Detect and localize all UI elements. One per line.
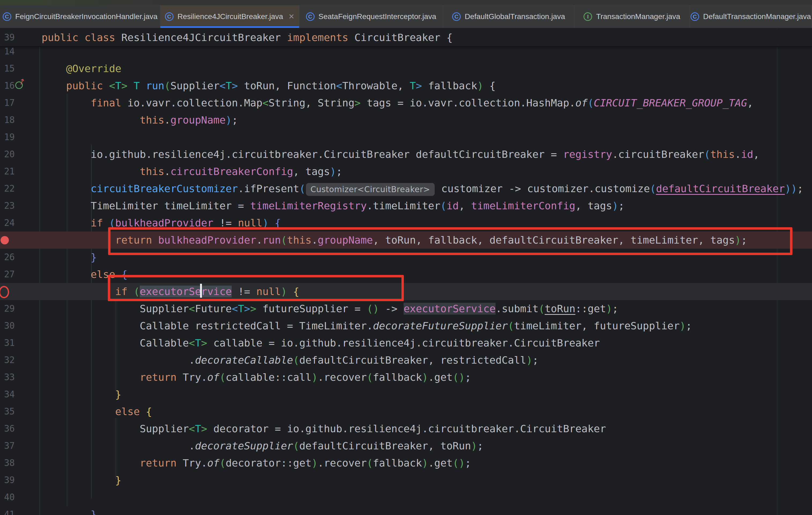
code-line[interactable]: 33 return Try.of(callable::call).recover… (0, 369, 812, 386)
line-number[interactable]: 40 (0, 489, 15, 506)
overridden-method-gutter-icon[interactable]: ↑ (15, 82, 23, 89)
code-token: > (201, 337, 213, 349)
code-token: ) (422, 371, 428, 383)
line-number[interactable]: 16 (0, 77, 15, 94)
code-line[interactable]: 37 .decorateSupplier(defaultCircuitBreak… (0, 437, 812, 454)
tab-defaultglobaltransaction[interactable]: CDefaultGlobalTransaction.java (443, 5, 574, 28)
code-line[interactable]: 15 @Override (0, 60, 812, 77)
code-token: ( (299, 183, 306, 194)
code-line[interactable]: 21 this.circuitBreakerConfig, tags); (0, 163, 812, 180)
line-number[interactable]: 27 (0, 266, 15, 283)
code-text: Callable<T> callable = io.github.resilie… (41, 334, 600, 352)
breakpoint-icon[interactable] (1, 236, 9, 244)
code-line[interactable]: 34 } (0, 386, 812, 403)
code-token: Supplier (171, 80, 220, 92)
code-token: { (489, 80, 496, 92)
line-number[interactable]: 23 (0, 197, 15, 214)
code-token: ; (232, 114, 238, 126)
code-editor[interactable]: 1415 @Override16↑ public <T> T run(Suppl… (0, 43, 812, 515)
code-token: circuitBreakerCustomizer (91, 183, 238, 194)
line-number[interactable]: 41 (0, 506, 15, 515)
code-line[interactable]: 26 } (0, 249, 812, 266)
code-line[interactable]: 35 else { (0, 403, 812, 420)
line-number[interactable]: 37 (0, 437, 15, 454)
code-token: .circuitBreaker (612, 148, 704, 160)
code-token: fallback (373, 457, 422, 469)
code-line[interactable]: 20 io.github.resilience4j.circuitbreaker… (0, 146, 812, 163)
code-line[interactable]: 41 } (0, 506, 812, 515)
code-token: ; (477, 440, 483, 452)
line-number[interactable]: 33 (0, 369, 15, 386)
line-number[interactable]: 30 (0, 317, 15, 334)
line-number[interactable]: 36 (0, 420, 15, 437)
code-token: return (115, 234, 158, 246)
code-line[interactable]: 18 this.groupName); (0, 112, 812, 129)
code-token: ) (422, 457, 428, 469)
line-number[interactable]: 17 (0, 94, 15, 112)
tab-resilience4jcircuitbreaker[interactable]: CResilience4JCircuitBreaker.java✕ (161, 5, 299, 28)
class-icon: C (3, 12, 11, 21)
sticky-class-declaration-line[interactable]: 39 public class Resilience4JCircuitBreak… (0, 29, 812, 47)
code-token: )) (785, 183, 797, 194)
line-number[interactable]: 31 (0, 334, 15, 352)
code-line[interactable]: 31 Callable<T> callable = io.github.resi… (0, 334, 812, 352)
code-token: CIRCUIT_BREAKER_GROUP_TAG (594, 97, 747, 109)
code-line[interactable]: 27 else { (0, 266, 812, 283)
breakpoint-ring-icon[interactable] (0, 286, 9, 298)
line-number[interactable]: 35 (0, 403, 15, 420)
code-token (41, 457, 140, 469)
code-token: null (256, 285, 281, 297)
line-number[interactable]: 19 (0, 129, 15, 146)
line-number[interactable]: 20 (0, 146, 15, 163)
code-token: ( (293, 440, 299, 452)
code-line[interactable]: return bulkheadProvider.run(this.groupNa… (0, 232, 812, 249)
line-number[interactable]: 32 (0, 352, 15, 369)
code-text: circuitBreakerCustomizer.ifPresent(Custo… (41, 180, 803, 197)
code-line[interactable]: 32 .decorateCallable(defaultCircuitBreak… (0, 352, 812, 369)
code-line[interactable]: 16↑ public <T> T run(Supplier<T> toRun, … (0, 77, 812, 94)
code-line[interactable]: 24 if (bulkheadProvider != null) { (0, 214, 812, 232)
line-number[interactable]: 22 (0, 180, 15, 197)
code-token: ; (336, 165, 342, 177)
tab-feigncircuitbreakerinvocationhandler[interactable]: CFeignCircuitBreakerInvocationHandler.ja… (0, 5, 161, 28)
code-token: ::get (576, 303, 606, 314)
code-text: .decorateSupplier(defaultCircuitBreaker,… (41, 437, 483, 454)
tab-label: TransactionManager.java (596, 12, 680, 21)
code-line[interactable]: 29 Supplier<Future<T>> futureSupplier = … (0, 300, 812, 317)
code-token: ( (508, 320, 514, 332)
code-token: String, String (269, 97, 354, 109)
code-token: futureSupplier = (263, 303, 367, 314)
code-line[interactable]: 22 circuitBreakerCustomizer.ifPresent(Cu… (0, 180, 812, 197)
code-line[interactable]: if (executorService != null) { (0, 283, 812, 300)
tab-transactionmanager[interactable]: ITransactionManager.java (574, 5, 690, 28)
code-token: Callable restrictedCall = TimeLimiter. (41, 320, 373, 332)
code-text: if (bulkheadProvider != null) { (41, 214, 281, 232)
code-line[interactable]: 39 } (0, 472, 812, 489)
close-icon[interactable]: ✕ (289, 12, 295, 21)
code-token: , tags (293, 165, 330, 177)
code-token: defaultCircuitBreaker (656, 183, 785, 194)
code-token: , (753, 148, 759, 160)
code-line[interactable]: 30 Callable restrictedCall = TimeLimiter… (0, 317, 812, 334)
code-text: } (41, 386, 121, 403)
line-number[interactable]: 24 (0, 214, 15, 232)
code-line[interactable]: 17 final io.vavr.collection.Map<String, … (0, 94, 812, 112)
line-number[interactable]: 26 (0, 249, 15, 266)
line-number[interactable]: 39 (0, 472, 15, 489)
tab-defaulttransactionmanager[interactable]: CDefaultTransactionManager.java (690, 5, 812, 28)
line-number[interactable]: 34 (0, 386, 15, 403)
tab-seatafeignrequestinterceptor[interactable]: CSeataFeignRequestInterceptor.java (299, 5, 443, 28)
code-token: T (195, 423, 201, 434)
code-line[interactable]: 38 return Try.of(decorator::get).recover… (0, 454, 812, 472)
line-number[interactable]: 38 (0, 454, 15, 472)
code-line[interactable]: 19 (0, 129, 812, 146)
code-token: ; (612, 303, 618, 314)
line-number[interactable]: 15 (0, 60, 15, 77)
line-number[interactable]: 21 (0, 163, 15, 180)
line-number[interactable]: 18 (0, 112, 15, 129)
line-number[interactable]: 29 (0, 300, 15, 317)
code-line[interactable]: 23 TimeLimiter timeLimiter = timeLimiter… (0, 197, 812, 214)
code-line[interactable]: 40 (0, 489, 812, 506)
code-token: this (710, 148, 735, 160)
code-line[interactable]: 36 Supplier<T> decorator = io.github.res… (0, 420, 812, 437)
